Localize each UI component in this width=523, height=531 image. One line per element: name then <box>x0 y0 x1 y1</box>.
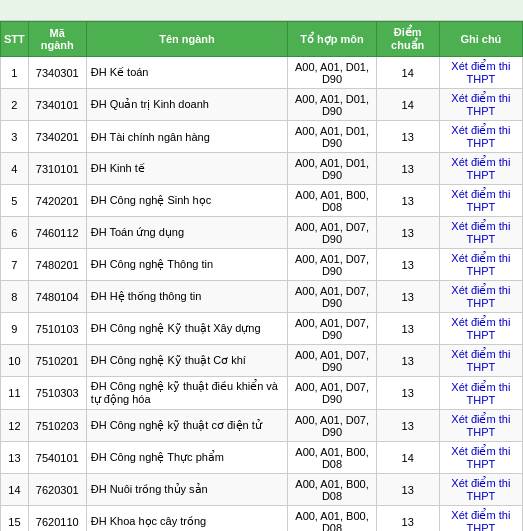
table-row: 127510203ĐH Công nghệ kỹ thuật cơ điện t… <box>1 410 523 442</box>
table-cell: 7340301 <box>28 57 86 89</box>
table-cell: 5 <box>1 185 29 217</box>
table-cell: 13 <box>376 185 439 217</box>
table-cell: A00, A01, D01, D90 <box>288 121 376 153</box>
table-cell: 7510303 <box>28 377 86 410</box>
col-ghi-chu: Ghi chú <box>439 22 522 57</box>
table-row: 47310101ĐH Kinh tếA00, A01, D01, D9013Xé… <box>1 153 523 185</box>
table-cell: 1 <box>1 57 29 89</box>
table-cell: 6 <box>1 217 29 249</box>
table-cell: ĐH Công nghệ Kỹ thuật Cơ khí <box>86 345 288 377</box>
table-cell: ĐH Công nghệ Thực phẩm <box>86 442 288 474</box>
table-cell: ĐH Hệ thống thông tin <box>86 281 288 313</box>
table-cell: 4 <box>1 153 29 185</box>
table-cell: A00, A01, D07, D90 <box>288 377 376 410</box>
table-cell: ĐH Nuôi trồng thủy sản <box>86 474 288 506</box>
table-cell: Xét điểm thi THPT <box>439 89 522 121</box>
table-cell: A00, A01, B00, D08 <box>288 506 376 532</box>
table-row: 87480104ĐH Hệ thống thông tinA00, A01, D… <box>1 281 523 313</box>
table-cell: 7 <box>1 249 29 281</box>
table-cell: 7310101 <box>28 153 86 185</box>
table-cell: A00, A01, B00, D08 <box>288 474 376 506</box>
col-ten-nganh: Tên ngành <box>86 22 288 57</box>
table-cell: Xét điểm thi THPT <box>439 474 522 506</box>
table-cell: ĐH Toán ứng dụng <box>86 217 288 249</box>
table-cell: 7510103 <box>28 313 86 345</box>
table-header-row: STT Mãngành Tên ngành Tổ hợp môn Điểm ch… <box>1 22 523 57</box>
table-cell: 8 <box>1 281 29 313</box>
table-cell: A00, A01, D07, D90 <box>288 313 376 345</box>
table-cell: Xét điểm thi THPT <box>439 506 522 532</box>
table-row: 77480201ĐH Công nghệ Thông tinA00, A01, … <box>1 249 523 281</box>
table-cell: ĐH Kinh tế <box>86 153 288 185</box>
table-row: 57420201ĐH Công nghệ Sinh họcA00, A01, B… <box>1 185 523 217</box>
table-cell: ĐH Kế toán <box>86 57 288 89</box>
table-cell: ĐH Tài chính ngân hàng <box>86 121 288 153</box>
header-banner <box>0 0 523 21</box>
table-cell: 13 <box>376 506 439 532</box>
table-cell: 7510203 <box>28 410 86 442</box>
table-cell: 7420201 <box>28 185 86 217</box>
table-cell: 13 <box>1 442 29 474</box>
table-cell: Xét điểm thi THPT <box>439 217 522 249</box>
table-cell: A00, A01, D01, D90 <box>288 89 376 121</box>
table-cell: A00, A01, D07, D90 <box>288 345 376 377</box>
table-cell: Xét điểm thi THPT <box>439 410 522 442</box>
table-cell: 15 <box>1 506 29 532</box>
table-cell: 7480201 <box>28 249 86 281</box>
table-cell: 7620301 <box>28 474 86 506</box>
table-cell: Xét điểm thi THPT <box>439 153 522 185</box>
table-cell: A00, A01, D01, D90 <box>288 57 376 89</box>
table-cell: 7340101 <box>28 89 86 121</box>
table-cell: 14 <box>376 89 439 121</box>
table-cell: 13 <box>376 345 439 377</box>
table-cell: ĐH Công nghệ kỹ thuật cơ điện tử <box>86 410 288 442</box>
table-cell: 14 <box>376 442 439 474</box>
table-row: 137540101ĐH Công nghệ Thực phẩmA00, A01,… <box>1 442 523 474</box>
table-cell: 7540101 <box>28 442 86 474</box>
table-cell: ĐH Khoa học cây trồng <box>86 506 288 532</box>
table-cell: 13 <box>376 121 439 153</box>
table-cell: 13 <box>376 410 439 442</box>
col-diem-chuan: Điểm chuẩn <box>376 22 439 57</box>
table-cell: 13 <box>376 313 439 345</box>
table-cell: 7480104 <box>28 281 86 313</box>
table-cell: 13 <box>376 249 439 281</box>
table-cell: Xét điểm thi THPT <box>439 121 522 153</box>
table-row: 37340201ĐH Tài chính ngân hàngA00, A01, … <box>1 121 523 153</box>
table-cell: 14 <box>1 474 29 506</box>
col-ma-nganh: Mãngành <box>28 22 86 57</box>
table-cell: ĐH Công nghệ Kỹ thuật Xây dựng <box>86 313 288 345</box>
table-cell: 10 <box>1 345 29 377</box>
table-cell: Xét điểm thi THPT <box>439 377 522 410</box>
table-cell: ĐH Quản trị Kinh doanh <box>86 89 288 121</box>
table-row: 97510103ĐH Công nghệ Kỹ thuật Xây dựngA0… <box>1 313 523 345</box>
table-cell: ĐH Công nghệ kỹ thuật điều khiển và tự đ… <box>86 377 288 410</box>
table-row: 17340301ĐH Kế toánA00, A01, D01, D9014Xé… <box>1 57 523 89</box>
table-row: 67460112ĐH Toán ứng dụngA00, A01, D07, D… <box>1 217 523 249</box>
table-row: 117510303ĐH Công nghệ kỹ thuật điều khiể… <box>1 377 523 410</box>
table-cell: A00, A01, D07, D90 <box>288 217 376 249</box>
table-cell: 7460112 <box>28 217 86 249</box>
table-cell: Xét điểm thi THPT <box>439 57 522 89</box>
table-cell: 3 <box>1 121 29 153</box>
table-cell: A00, A01, B00, D08 <box>288 442 376 474</box>
table-cell: 13 <box>376 153 439 185</box>
table-cell: ĐH Công nghệ Sinh học <box>86 185 288 217</box>
table-cell: 9 <box>1 313 29 345</box>
table-cell: ĐH Công nghệ Thông tin <box>86 249 288 281</box>
table-cell: Xét điểm thi THPT <box>439 313 522 345</box>
table-cell: Xét điểm thi THPT <box>439 442 522 474</box>
table-cell: 13 <box>376 377 439 410</box>
table-row: 27340101ĐH Quản trị Kinh doanhA00, A01, … <box>1 89 523 121</box>
table-cell: 7620110 <box>28 506 86 532</box>
table-cell: 14 <box>376 57 439 89</box>
table-row: 107510201ĐH Công nghệ Kỹ thuật Cơ khíA00… <box>1 345 523 377</box>
admission-table: STT Mãngành Tên ngành Tổ hợp môn Điểm ch… <box>0 21 523 531</box>
col-to-hop: Tổ hợp môn <box>288 22 376 57</box>
table-cell: 7340201 <box>28 121 86 153</box>
table-cell: Xét điểm thi THPT <box>439 345 522 377</box>
table-cell: 7510201 <box>28 345 86 377</box>
table-cell: 13 <box>376 474 439 506</box>
table-cell: 2 <box>1 89 29 121</box>
table-cell: 12 <box>1 410 29 442</box>
